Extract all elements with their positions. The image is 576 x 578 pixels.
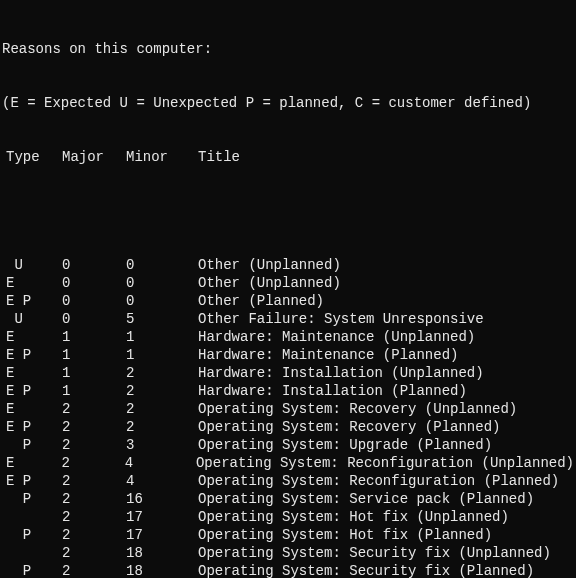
table-row: E00Other (Unplanned): [2, 274, 574, 292]
cell-major: 2: [62, 508, 126, 526]
cell-major: 2: [62, 544, 126, 562]
cell-minor: 0: [126, 274, 198, 292]
cell-major: 1: [62, 364, 126, 382]
cell-major: 2: [61, 454, 124, 472]
cell-minor: 2: [126, 400, 198, 418]
table-row: E P24Operating System: Reconfiguration (…: [2, 472, 574, 490]
cell-title: Other (Planned): [198, 292, 574, 310]
cell-type: [2, 508, 62, 526]
cell-title: Operating System: Reconfiguration (Unpla…: [196, 454, 574, 472]
cell-type: E P: [2, 472, 62, 490]
cell-type: E P: [2, 418, 62, 436]
table-row: P23Operating System: Upgrade (Planned): [2, 436, 574, 454]
cell-major: 2: [62, 418, 126, 436]
cell-type: P: [2, 436, 62, 454]
cell-minor: 1: [126, 346, 198, 364]
cell-major: 2: [62, 526, 126, 544]
cell-type: E P: [2, 346, 62, 364]
table-row: E11Hardware: Maintenance (Unplanned): [2, 328, 574, 346]
table-row: P217Operating System: Hot fix (Planned): [2, 526, 574, 544]
cell-major: 0: [62, 274, 126, 292]
cell-title: Hardware: Installation (Planned): [198, 382, 574, 400]
cell-title: Hardware: Installation (Unplanned): [198, 364, 574, 382]
cell-major: 1: [62, 346, 126, 364]
cell-major: 2: [62, 400, 126, 418]
cell-type: E P: [2, 382, 62, 400]
col-header-minor: Minor: [126, 148, 198, 166]
cell-type: U: [2, 310, 62, 328]
cell-minor: 17: [126, 508, 198, 526]
cell-major: 2: [62, 472, 126, 490]
cell-major: 0: [62, 310, 126, 328]
cell-type: [2, 544, 62, 562]
cell-minor: 4: [126, 472, 198, 490]
header-text-2: (E = Expected U = Unexpected P = planned…: [2, 94, 531, 112]
cell-title: Operating System: Security fix (Planned): [198, 562, 574, 578]
table-row: E P00Other (Planned): [2, 292, 574, 310]
col-header-title: Title: [198, 148, 574, 166]
header-text-1: Reasons on this computer:: [2, 40, 212, 58]
cell-title: Other Failure: System Unresponsive: [198, 310, 574, 328]
table-row: E P12Hardware: Installation (Planned): [2, 382, 574, 400]
cell-title: Operating System: Service pack (Planned): [198, 490, 574, 508]
cell-type: P: [2, 490, 62, 508]
cell-major: 0: [62, 256, 126, 274]
cell-minor: 2: [126, 382, 198, 400]
header-line-2: (E = Expected U = Unexpected P = planned…: [2, 94, 574, 112]
cell-minor: 2: [126, 418, 198, 436]
cell-major: 1: [62, 328, 126, 346]
blank-separator: [2, 202, 574, 220]
cell-title: Operating System: Recovery (Planned): [198, 418, 574, 436]
col-header-type: Type: [2, 148, 62, 166]
cell-minor: 2: [126, 364, 198, 382]
cell-title: Operating System: Hot fix (Unplanned): [198, 508, 574, 526]
cell-title: Other (Unplanned): [198, 274, 574, 292]
column-header-row: Type Major Minor Title: [2, 148, 574, 166]
table-row: E12Hardware: Installation (Unplanned): [2, 364, 574, 382]
cell-minor: 0: [126, 256, 198, 274]
cell-title: Operating System: Security fix (Unplanne…: [198, 544, 574, 562]
cell-title: Hardware: Maintenance (Unplanned): [198, 328, 574, 346]
cell-minor: 18: [126, 544, 198, 562]
cell-title: Operating System: Upgrade (Planned): [198, 436, 574, 454]
table-row: 217Operating System: Hot fix (Unplanned): [2, 508, 574, 526]
cell-minor: 16: [126, 490, 198, 508]
cell-minor: 18: [126, 562, 198, 578]
col-header-major: Major: [62, 148, 126, 166]
table-row: E24Operating System: Reconfiguration (Un…: [2, 454, 574, 472]
cell-title: Operating System: Recovery (Unplanned): [198, 400, 574, 418]
cell-type: E: [2, 400, 62, 418]
cell-type: E: [2, 454, 61, 472]
cell-minor: 1: [126, 328, 198, 346]
cell-major: 2: [62, 490, 126, 508]
cell-major: 2: [62, 436, 126, 454]
table-row: E P22Operating System: Recovery (Planned…: [2, 418, 574, 436]
cell-type: P: [2, 562, 62, 578]
table-row: P216Operating System: Service pack (Plan…: [2, 490, 574, 508]
cell-major: 0: [62, 292, 126, 310]
table-row: E22Operating System: Recovery (Unplanned…: [2, 400, 574, 418]
table-row: U05Other Failure: System Unresponsive: [2, 310, 574, 328]
table-row: P218Operating System: Security fix (Plan…: [2, 562, 574, 578]
cell-type: E P: [2, 292, 62, 310]
cell-type: E: [2, 364, 62, 382]
table-row: U00Other (Unplanned): [2, 256, 574, 274]
cell-type: E: [2, 274, 62, 292]
cell-type: E: [2, 328, 62, 346]
cell-minor: 4: [125, 454, 196, 472]
cell-title: Hardware: Maintenance (Planned): [198, 346, 574, 364]
cell-minor: 3: [126, 436, 198, 454]
cell-type: P: [2, 526, 62, 544]
header-line-1: Reasons on this computer:: [2, 40, 574, 58]
cell-title: Other (Unplanned): [198, 256, 574, 274]
cell-major: 2: [62, 562, 126, 578]
cell-minor: 5: [126, 310, 198, 328]
cell-title: Operating System: Hot fix (Planned): [198, 526, 574, 544]
cell-type: U: [2, 256, 62, 274]
cell-major: 1: [62, 382, 126, 400]
table-row: 218Operating System: Security fix (Unpla…: [2, 544, 574, 562]
cell-minor: 0: [126, 292, 198, 310]
terminal-output: Reasons on this computer: (E = Expected …: [0, 0, 576, 578]
cell-title: Operating System: Reconfiguration (Plann…: [198, 472, 574, 490]
cell-minor: 17: [126, 526, 198, 544]
